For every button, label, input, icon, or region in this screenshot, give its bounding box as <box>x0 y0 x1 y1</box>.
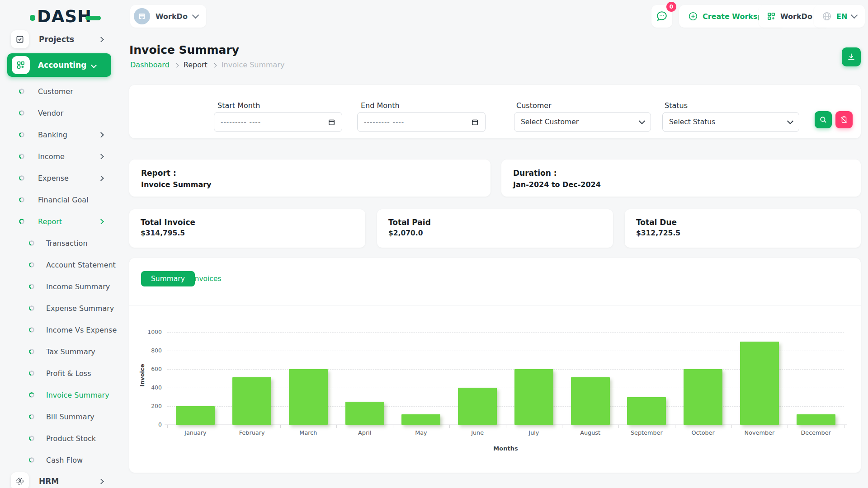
total-invoice-label: Total Invoice <box>141 218 354 227</box>
sidebar-item-accounting[interactable]: Accounting <box>7 53 111 77</box>
sidebar-item-bill-summary[interactable]: Bill Summary <box>0 406 118 427</box>
sidebar-item-invoice-summary[interactable]: Invoice Summary <box>0 384 118 406</box>
bar-january[interactable] <box>176 406 215 425</box>
sidebar-item-hrm[interactable]: HRM <box>0 471 118 488</box>
bullet-donut-icon <box>29 457 34 463</box>
bullet-donut-icon <box>29 349 34 354</box>
bar-may[interactable] <box>401 414 440 425</box>
bar-april[interactable] <box>345 402 384 425</box>
chart-x-tick-mark <box>449 425 450 428</box>
bar-august[interactable] <box>571 377 610 425</box>
bar-october[interactable] <box>684 369 722 425</box>
download-report-button[interactable] <box>842 47 861 66</box>
chevron-right-icon <box>98 219 104 225</box>
chart-x-tick-label: April <box>336 429 393 436</box>
sidebar-item-income-vs-expense[interactable]: Income Vs Expense <box>0 319 118 341</box>
sidebar-item-financial-goal[interactable]: Financial Goal <box>0 189 118 211</box>
reset-filter-button[interactable] <box>835 111 853 128</box>
sidebar-item-projects[interactable]: Projects <box>0 29 118 50</box>
sidebar-item-label: HRM <box>39 477 99 486</box>
start-month-input[interactable]: --------- ---- <box>214 112 342 132</box>
sidebar-item-label: Income Vs Expense <box>46 326 118 334</box>
chart-gridline <box>167 332 844 333</box>
logo-dot-accent <box>30 15 35 21</box>
bar-july[interactable] <box>514 369 553 425</box>
sidebar-item-cash-flow[interactable]: Cash Flow <box>0 449 118 471</box>
sidebar-item-income-summary[interactable]: Income Summary <box>0 276 118 297</box>
tab-summary[interactable]: Summary <box>141 271 195 286</box>
apps-grid-icon <box>767 12 776 21</box>
sidebar-item-label: Accounting <box>38 61 92 70</box>
tab-invoices[interactable]: Invoices <box>193 271 222 286</box>
customer-label: Customer <box>516 101 552 110</box>
dash-logo[interactable]: DASH <box>30 8 101 25</box>
sidebar-item-product-stock[interactable]: Product Stock <box>0 427 118 449</box>
chart-x-tick-mark <box>167 425 168 428</box>
bar-december[interactable] <box>797 414 835 425</box>
start-month-label: Start Month <box>217 101 260 110</box>
report-label: Report : <box>141 169 479 178</box>
language-selector[interactable]: EN <box>814 5 865 28</box>
filter-card: Start Month --------- ---- End Month ---… <box>129 85 861 138</box>
sidebar-item-report[interactable]: Report <box>0 211 118 232</box>
sidebar-item-account-statement[interactable]: Account Statement <box>0 254 118 276</box>
accounting-grid-icon <box>12 56 30 74</box>
sidebar-item-expense-summary[interactable]: Expense Summary <box>0 297 118 319</box>
bullet-donut-icon <box>19 197 24 202</box>
sidebar-item-label: Customer <box>38 87 118 96</box>
breadcrumb-report[interactable]: Report <box>184 61 208 69</box>
chevron-down-icon <box>91 62 97 68</box>
chart-x-tick-label: February <box>224 429 280 436</box>
total-due-label: Total Due <box>636 218 849 227</box>
breadcrumb: Dashboard Report Invoice Summary <box>130 61 284 69</box>
workspace-name: WorkDo <box>156 12 188 21</box>
bullet-donut-icon <box>29 305 34 311</box>
sidebar-item-banking[interactable]: Banking <box>0 124 118 145</box>
chevron-right-icon <box>98 37 104 42</box>
bar-november[interactable] <box>740 342 779 425</box>
sidebar-item-customer[interactable]: Customer <box>0 80 118 102</box>
bar-march[interactable] <box>289 369 328 425</box>
sidebar-item-label: Projects <box>39 35 99 44</box>
bar-february[interactable] <box>232 377 271 425</box>
sidebar-item-tax-summary[interactable]: Tax Summary <box>0 341 118 362</box>
bullet-donut-icon <box>19 110 24 116</box>
sidebar-item-vendor[interactable]: Vendor <box>0 102 118 124</box>
sidebar-item-label: Expense <box>38 174 99 183</box>
chart-y-tick-label: 600 <box>135 366 162 372</box>
customer-select[interactable]: Select Customer <box>514 112 651 132</box>
chart-y-tick-label: 0 <box>135 421 162 428</box>
bullet-donut-icon <box>19 89 24 94</box>
apply-filter-button[interactable] <box>815 111 832 128</box>
sidebar-item-label: Profit & Loss <box>46 369 118 378</box>
sidebar-item-label: Bill Summary <box>46 413 118 421</box>
sidebar-item-label: Tax Summary <box>46 347 118 356</box>
bar-september[interactable] <box>627 397 666 425</box>
messages-button[interactable]: 0 <box>651 5 672 28</box>
sidebar-item-income[interactable]: Income <box>0 145 118 167</box>
invoice-summary-chart-card: Summary Invoices Invoice 020040060080010… <box>129 258 861 473</box>
bullet-donut-icon <box>19 154 24 159</box>
status-select[interactable]: Select Status <box>662 112 799 132</box>
chart-x-tick-label: March <box>280 429 336 436</box>
bullet-donut-icon <box>29 436 34 441</box>
end-month-label: End Month <box>361 101 400 110</box>
sidebar-item-transaction[interactable]: Transaction <box>0 232 118 254</box>
bullet-donut-icon <box>29 414 34 419</box>
chart-x-tick-mark <box>280 425 281 428</box>
bullet-donut-icon <box>19 175 24 181</box>
sidebar-item-label: Income <box>38 152 99 161</box>
sidebar-item-expense[interactable]: Expense <box>0 167 118 189</box>
bar-june[interactable] <box>458 388 497 425</box>
chart-x-tick-mark <box>224 425 224 428</box>
breadcrumb-dashboard[interactable]: Dashboard <box>130 61 170 69</box>
total-paid-value: $2,070.0 <box>388 229 602 237</box>
workspace-switcher[interactable]: WorkDo <box>130 5 206 28</box>
sidebar-item-profit-loss[interactable]: Profit & Loss <box>0 362 118 384</box>
end-month-input[interactable]: --------- ---- <box>357 112 486 132</box>
chevron-down-icon <box>851 12 858 19</box>
duration-value: Jan-2024 to Dec-2024 <box>513 180 849 189</box>
clear-filter-icon <box>840 116 848 124</box>
chart-x-tick-mark <box>788 425 788 428</box>
status-label: Status <box>665 101 688 110</box>
